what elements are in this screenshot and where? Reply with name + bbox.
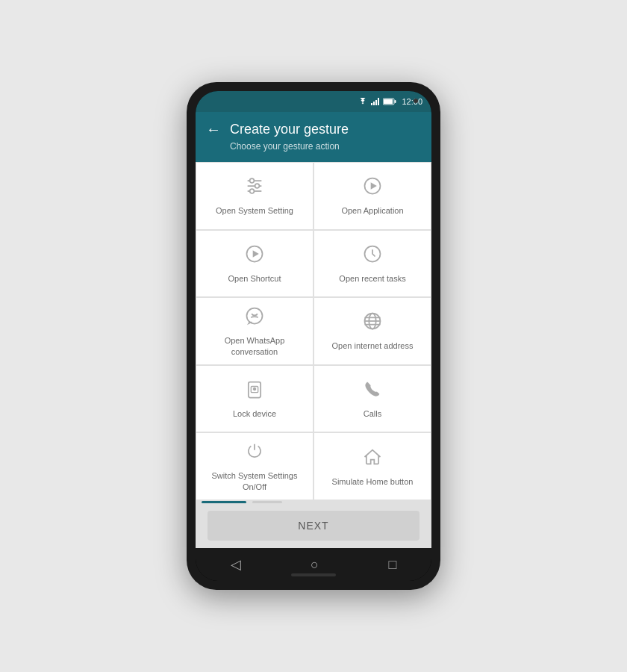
play-circle-icon-shortcut	[244, 243, 265, 267]
content-area: Open System Setting Open Application	[196, 162, 431, 548]
grid-item-open-whatsapp[interactable]: Open WhatsApp conversation	[196, 297, 314, 365]
grid-label-calls: Calls	[364, 408, 381, 419]
grid-label-open-system-setting: Open System Setting	[216, 205, 293, 216]
grid-item-open-shortcut[interactable]: Open Shortcut	[196, 230, 314, 298]
header-subtitle: Choose your gesture action	[206, 141, 421, 152]
phone-frame: 12:00 ← Create your gesture Choose your …	[187, 82, 440, 590]
grid-label-switch-system: Switch System Settings On/Off	[204, 470, 305, 492]
status-icons: 12:00	[358, 97, 422, 106]
grid-label-lock-device: Lock device	[233, 408, 276, 419]
nav-home-icon[interactable]: ○	[311, 557, 319, 573]
nav-back-icon[interactable]: ◁	[231, 556, 241, 573]
next-button[interactable]: NEXT	[208, 511, 419, 541]
wifi-icon	[358, 98, 368, 105]
grid-item-open-application[interactable]: Open Application	[314, 162, 431, 230]
power-icon	[244, 441, 265, 464]
status-bar: 12:00	[196, 91, 431, 112]
svg-marker-14	[371, 182, 377, 189]
next-button-area: NEXT	[196, 503, 431, 548]
grid-item-lock-device[interactable]: Lock device	[196, 365, 314, 433]
svg-rect-0	[371, 103, 372, 105]
grid-item-simulate-home[interactable]: Simulate Home button	[314, 432, 431, 500]
grid-label-open-whatsapp: Open WhatsApp conversation	[204, 335, 305, 357]
grid-item-switch-system[interactable]: Switch System Settings On/Off	[196, 432, 314, 500]
gesture-grid: Open System Setting Open Application	[196, 162, 431, 500]
sliders-icon	[244, 175, 265, 199]
back-button[interactable]: ←	[206, 121, 221, 138]
grid-label-open-shortcut: Open Shortcut	[228, 273, 281, 284]
header-title: Create your gesture	[230, 122, 349, 137]
svg-rect-1	[373, 102, 375, 105]
whatsapp-icon	[244, 305, 265, 329]
nav-recent-icon[interactable]: □	[388, 557, 396, 573]
clock-icon	[362, 243, 383, 267]
app-header: ← Create your gesture Choose your gestur…	[196, 112, 431, 162]
home-icon	[362, 447, 383, 470]
time-display: 12:00	[402, 97, 422, 106]
phone-icon	[362, 379, 383, 402]
svg-marker-16	[253, 250, 259, 257]
svg-point-11	[255, 184, 260, 188]
svg-rect-2	[375, 100, 377, 105]
globe-icon	[362, 311, 383, 335]
grid-label-open-application: Open Application	[341, 205, 403, 216]
camera-dot	[414, 99, 418, 103]
grid-item-calls[interactable]: Calls	[314, 365, 431, 433]
grid-item-open-recent-tasks[interactable]: Open recent tasks	[314, 230, 431, 298]
svg-rect-5	[384, 99, 393, 104]
svg-point-26	[254, 388, 256, 391]
phone-screen: 12:00 ← Create your gesture Choose your …	[196, 91, 431, 581]
speaker-grill	[291, 573, 336, 576]
grid-label-open-recent-tasks: Open recent tasks	[339, 273, 405, 284]
lock-device-icon	[244, 379, 265, 402]
signal-icon	[371, 98, 380, 105]
play-circle-icon-app	[362, 175, 383, 199]
svg-rect-3	[378, 98, 379, 105]
svg-point-10	[250, 178, 255, 183]
grid-item-open-internet[interactable]: Open internet address	[314, 297, 431, 365]
grid-label-open-internet: Open internet address	[332, 340, 414, 351]
svg-rect-6	[395, 100, 396, 103]
battery-icon	[383, 98, 396, 105]
grid-item-open-system-setting[interactable]: Open System Setting	[196, 162, 314, 230]
grid-label-simulate-home: Simulate Home button	[332, 476, 414, 487]
svg-point-12	[250, 189, 255, 193]
